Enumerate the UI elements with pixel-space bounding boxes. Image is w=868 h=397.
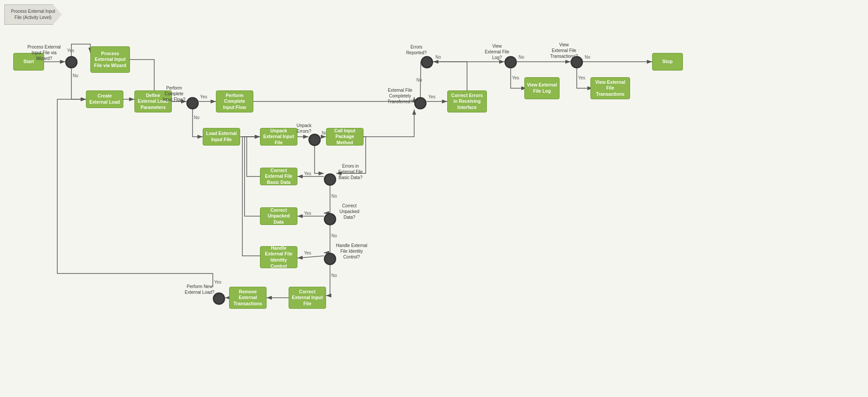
svg-text:No: No (331, 194, 337, 198)
load-external-node: Load External Input File (203, 128, 240, 146)
remove-external-node: Remove External Transactions (229, 287, 267, 309)
banner-label: Process External Input File (Activity Le… (11, 9, 56, 20)
label-newload-question: Perform NewExternal Load? (180, 284, 219, 295)
create-load-node: Create External Load (86, 90, 123, 108)
svg-line-11 (297, 256, 324, 258)
call-input-node: Call Input Package Method (326, 128, 364, 146)
svg-text:No: No (331, 233, 337, 238)
label-unpack-question: UnpackErrors? (289, 123, 319, 134)
activity-banner: Process External Input File (Activity Le… (4, 4, 62, 25)
correct-basic-node: Correct External File Basic Data (260, 168, 297, 185)
label-complete-question: PerformCompleteInput Flow? (156, 85, 192, 102)
correct-input-node: Correct External Input File (289, 287, 326, 309)
correct-unpacked-node: Correct Unpacked Data (260, 207, 297, 225)
svg-text:No: No (73, 73, 78, 78)
flowchart-canvas: Process External Input File (Activity Le… (0, 0, 868, 397)
svg-text:Yes: Yes (304, 251, 311, 255)
svg-text:No: No (585, 55, 590, 60)
svg-text:No: No (194, 115, 200, 120)
label-view-log-question: ViewExternal FileLog? (481, 43, 513, 60)
svg-text:No: No (416, 78, 422, 82)
correct-errors-node: Correct Errors in Receiving Interface (447, 90, 487, 112)
decision-unpack (308, 134, 321, 146)
perform-complete-node: Perform Complete Input Flow (216, 90, 253, 112)
wizard-node: Process External Input File via Wizard (90, 46, 130, 73)
svg-text:Yes: Yes (578, 75, 585, 80)
svg-text:Yes: Yes (304, 211, 311, 216)
label-unpacked-question: CorrectUnpackedData? (330, 203, 369, 220)
label-errors-question: ErrorsReported? (401, 44, 432, 56)
label-identity-question: Handle ExternalFile IdentityControl? (330, 243, 374, 260)
svg-text:Yes: Yes (67, 48, 74, 53)
view-log-node: View External File Log (524, 77, 560, 99)
label-wizard-question: Process ExternalInput File viaWizard? (24, 44, 64, 61)
arrows-svg: Yes No Yes No No Yes No Yes No Yes No Ye… (0, 0, 868, 397)
svg-text:No: No (331, 273, 337, 278)
svg-text:Yes: Yes (428, 94, 435, 99)
decision-wizard (65, 56, 78, 68)
svg-text:Yes: Yes (200, 94, 207, 99)
view-transactions-node: View External File Transactions (590, 77, 630, 99)
svg-text:Yes: Yes (512, 75, 519, 80)
label-basicdata-question: Errors inExternal FileBasic Data? (330, 163, 371, 180)
decision-errors (421, 56, 433, 68)
svg-text:No: No (435, 55, 441, 60)
svg-text:Yes: Yes (304, 171, 311, 176)
label-view-transactions-question: ViewExternal FileTransactions? (546, 42, 582, 59)
handle-identity-node: Handle External File Identity Control (260, 246, 297, 268)
label-transferred-question: External FileCompletelyTransferred? (382, 87, 418, 105)
stop-node: Stop (652, 53, 683, 71)
svg-text:No: No (519, 55, 524, 60)
